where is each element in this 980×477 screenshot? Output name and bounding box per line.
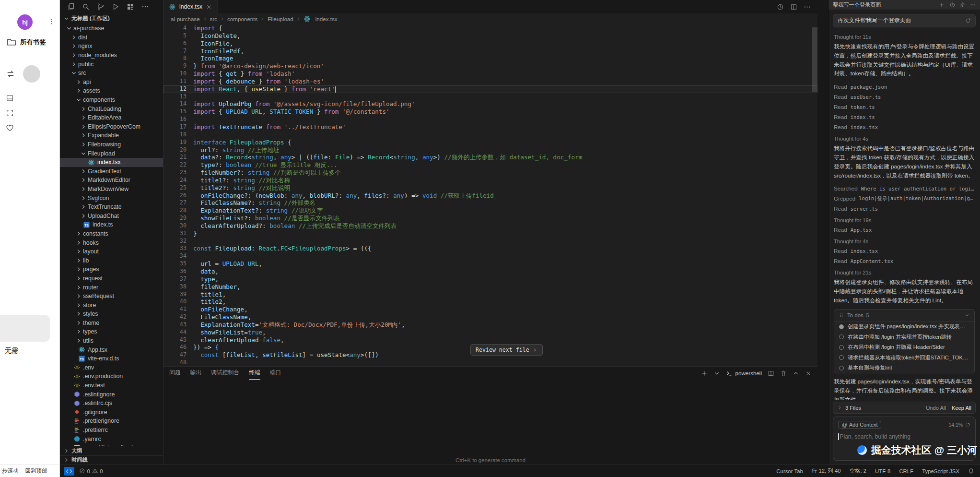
- problems-status[interactable]: 0 0: [79, 468, 103, 474]
- status-language[interactable]: TypeScript JSX: [922, 468, 959, 474]
- tree-folder-EllipsisPopoverCom[interactable]: EllipsisPopoverCom: [60, 122, 163, 131]
- tree-file-index.tsx[interactable]: index.tsx: [60, 158, 163, 167]
- terminal-dropdown-icon[interactable]: [713, 370, 720, 377]
- more-icon[interactable]: [804, 3, 811, 11]
- code-line-25[interactable]: 25 title2?: string //对比说明: [163, 184, 817, 192]
- more-icon[interactable]: [970, 2, 976, 8]
- code-line-18[interactable]: 18: [163, 131, 817, 139]
- tree-folder-request[interactable]: request: [60, 274, 163, 283]
- outline-section[interactable]: 大纲: [60, 446, 163, 455]
- code-line-22[interactable]: 22 type?: boolean //true 显示title 相反...: [163, 161, 817, 169]
- tree-folder-node_modules[interactable]: node_modules: [60, 51, 163, 60]
- composer[interactable]: @ Add Context 14.1% Plan, search, build …: [833, 417, 976, 461]
- code-line-29[interactable]: 29 showFileList?: boolean //是否显示文件列表: [163, 215, 817, 222]
- timeline-section[interactable]: 时间线: [60, 455, 163, 465]
- code-line-7[interactable]: 7 IconFilePdf,: [163, 48, 817, 55]
- avatar[interactable]: hj: [17, 14, 33, 30]
- history-icon[interactable]: [949, 2, 956, 8]
- action-row-read[interactable]: ReaduseUser.ts: [834, 92, 975, 102]
- settings-icon[interactable]: [959, 2, 966, 8]
- tree-folder-router[interactable]: router: [60, 283, 163, 292]
- tree-file-.prettierrc[interactable]: .prettierrc: [60, 426, 163, 435]
- tree-folder-sseRequest[interactable]: sseRequest: [60, 292, 163, 301]
- code-line-39[interactable]: 39 title1,: [163, 291, 817, 298]
- tree-folder-lib[interactable]: lib: [60, 256, 163, 265]
- add-context-button[interactable]: @ Add Context: [838, 421, 881, 429]
- tree-file-.env[interactable]: .env: [60, 363, 163, 372]
- action-row-read[interactable]: ReadApp.tsx: [834, 225, 975, 235]
- tree-file-.eslintignore[interactable]: .eslintignore: [60, 390, 163, 399]
- tree-file-.gitignore[interactable]: .gitignore: [60, 408, 163, 417]
- terminal-shell[interactable]: powershell: [726, 370, 762, 377]
- undo-all-button[interactable]: Undo All: [926, 405, 946, 411]
- bell-icon[interactable]: [968, 468, 974, 474]
- more-icon[interactable]: [141, 3, 149, 11]
- review-next-file-button[interactable]: Review next file: [470, 344, 543, 356]
- tree-folder-theme[interactable]: theme: [60, 319, 163, 328]
- code-line-20[interactable]: 20 url?: string //上传地址: [163, 146, 817, 154]
- tree-file-App.tsx[interactable]: App.tsx: [60, 345, 163, 354]
- keep-all-button[interactable]: Keep All: [952, 405, 971, 411]
- todo-item[interactable]: 基本自测与修复lint: [834, 363, 974, 373]
- panel-tab-终端[interactable]: 终端: [249, 367, 260, 380]
- code-line-34[interactable]: 34: [163, 252, 817, 260]
- tree-folder-src[interactable]: src: [60, 69, 163, 78]
- todos-header[interactable]: To-dos 5: [834, 310, 974, 322]
- code-line-41[interactable]: 41 onFileChange,: [163, 306, 817, 313]
- code-line-44[interactable]: 44 showFileList=true,: [163, 329, 817, 336]
- sync-icon[interactable]: [6, 69, 15, 79]
- tree-folder-public[interactable]: public: [60, 60, 163, 69]
- search-icon[interactable]: [82, 3, 90, 11]
- breadcrumb-item[interactable]: index.tsx: [315, 16, 338, 22]
- sync-scroll-label[interactable]: 步滚动: [2, 467, 19, 475]
- files-bar[interactable]: 3 Files Undo All Keep All: [833, 402, 976, 414]
- workspace-header[interactable]: 无标题 (工作区): [60, 13, 163, 24]
- tree-file-.yarnrc[interactable]: .yarnrc: [60, 434, 163, 443]
- tree-folder-assets[interactable]: assets: [60, 86, 163, 95]
- chevron-down-icon[interactable]: [964, 312, 970, 318]
- code-line-10[interactable]: 10import { get } from 'lodash': [163, 70, 817, 78]
- breadcrumb-item[interactable]: ai-purchase: [171, 16, 200, 22]
- source-control-icon[interactable]: [97, 3, 105, 11]
- remote-indicator[interactable]: [64, 467, 74, 476]
- user-message[interactable]: 再次文件帮我写一个登录页面: [833, 14, 976, 27]
- split-editor-icon[interactable]: [790, 3, 797, 11]
- split-terminal-icon[interactable]: [768, 370, 774, 377]
- tree-folder-pages[interactable]: pages: [60, 265, 163, 274]
- tree-folder-components[interactable]: components: [60, 95, 163, 105]
- tree-folder-GradientText[interactable]: GradientText: [60, 167, 163, 176]
- tree-folder-TextTruncate[interactable]: TextTruncate: [60, 203, 163, 212]
- thought-row[interactable]: Thought for 11s: [834, 34, 975, 40]
- code-line-28[interactable]: 28 ExplanationText?: string //说明文字: [163, 207, 817, 215]
- preview-card[interactable]: [0, 315, 50, 342]
- code-line-45[interactable]: 45 clearAfterUpload=false,: [163, 336, 817, 344]
- tree-folder-layout[interactable]: layout: [60, 247, 163, 256]
- tree-folder-api[interactable]: api: [60, 78, 163, 87]
- code-line-42[interactable]: 42 FileClassName,: [163, 313, 817, 321]
- code-line-14[interactable]: 14import UploadPbg from '@/assets/svg-ic…: [163, 100, 817, 108]
- code-line-23[interactable]: 23 fileNumber?: string //判断是否可以上传多个: [163, 169, 817, 177]
- thought-row[interactable]: Thought for 21s: [834, 270, 975, 275]
- action-row-grepped[interactable]: Greppedlogin|登录|auth|token|Authorization…: [834, 193, 975, 203]
- todo-item[interactable]: 在布局中检测 /login 并隐藏 Header/Sider: [834, 342, 974, 353]
- tree-file-.env.test[interactable]: .env.test: [60, 381, 163, 390]
- tree-folder-EditableArea[interactable]: EditableArea: [60, 113, 163, 122]
- tree-folder-Filebrowsing[interactable]: Filebrowsing: [60, 140, 163, 149]
- run-debug-icon[interactable]: [112, 3, 119, 11]
- tab-index-tsx[interactable]: index.tsx: [163, 0, 218, 13]
- tree-folder-MarkDownView[interactable]: MarkDownView: [60, 185, 163, 194]
- code-line-19[interactable]: 19interface FileuploadProps {: [163, 139, 817, 146]
- tree-file-.eslintrc.cjs[interactable]: .eslintrc.cjs: [60, 399, 163, 408]
- code-line-27[interactable]: 27 FileClassName?: string //外部类名: [163, 199, 817, 207]
- code-line-5[interactable]: 5 IconDelete,: [163, 32, 817, 40]
- action-row-read[interactable]: Readpackage.json: [834, 82, 975, 92]
- tree-folder-dist[interactable]: dist: [60, 33, 163, 42]
- action-row-searched[interactable]: SearchedWhere is user authentication or …: [834, 183, 975, 193]
- code-line-9[interactable]: 9} from '@arco-design/web-react/icon': [163, 62, 817, 70]
- tree-folder-constants[interactable]: constants: [60, 229, 163, 238]
- fullscreen-icon[interactable]: [6, 109, 14, 117]
- code-line-15[interactable]: 15import { UPLOAD_URL, STATIC_TOKEN } fr…: [163, 108, 817, 116]
- code-line-33[interactable]: 33const Fileupload: React.FC<FileuploadP…: [163, 245, 817, 252]
- todo-item[interactable]: 请求拦截器从本地读取token并回退STATIC_TOKEN: [834, 352, 974, 363]
- new-chat-icon[interactable]: [939, 2, 945, 8]
